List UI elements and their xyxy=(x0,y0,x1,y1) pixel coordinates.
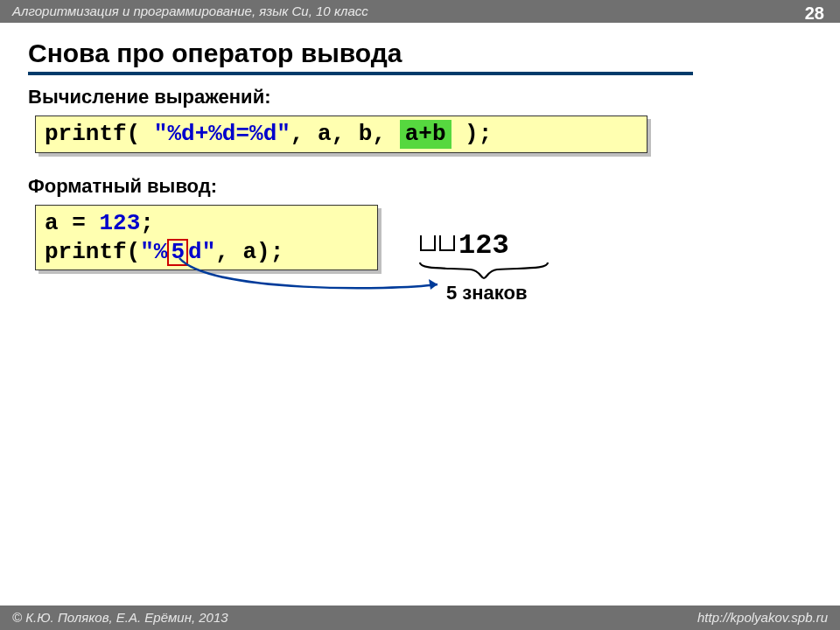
number-literal: 123 xyxy=(99,210,140,236)
output-value: 123 xyxy=(458,229,509,262)
highlight-expression: a+b xyxy=(400,120,452,149)
code-text: printf( xyxy=(45,121,154,147)
code-text: ); xyxy=(452,121,493,147)
arrow-icon xyxy=(175,254,455,298)
code-text: printf( xyxy=(45,239,140,265)
slide: Алгоритмизация и программирование, язык … xyxy=(0,0,840,630)
brace-caption: 5 знаков xyxy=(446,282,528,304)
footer-copyright: © К.Ю. Поляков, Е.А. Ерёмин, 2013 xyxy=(12,606,228,630)
format-string: "% xyxy=(140,239,167,265)
title-underline xyxy=(28,72,693,75)
space-marker xyxy=(420,235,436,251)
space-marker xyxy=(439,235,455,251)
page-number: 28 xyxy=(805,2,824,24)
section-heading-1: Вычисление выражений: xyxy=(28,86,270,108)
code-text: ; xyxy=(140,210,154,236)
svg-marker-0 xyxy=(429,279,438,290)
footer-bar: © К.Ю. Поляков, Е.А. Ерёмин, 2013 http:/… xyxy=(0,606,840,630)
page-title: Снова про оператор вывода xyxy=(28,38,402,68)
section-heading-2: Форматный вывод: xyxy=(28,175,217,198)
breadcrumb-bar: Алгоритмизация и программирование, язык … xyxy=(0,0,840,23)
code-box-1: printf( "%d+%d=%d", a, b, a+b ); xyxy=(35,116,648,153)
footer-url: http://kpolyakov.spb.ru xyxy=(697,606,828,630)
course-title: Алгоритмизация и программирование, язык … xyxy=(12,4,368,18)
format-string: "%d+%d=%d" xyxy=(154,121,290,147)
code-text: , a, b, xyxy=(290,121,400,147)
code-text: a = xyxy=(45,210,99,236)
